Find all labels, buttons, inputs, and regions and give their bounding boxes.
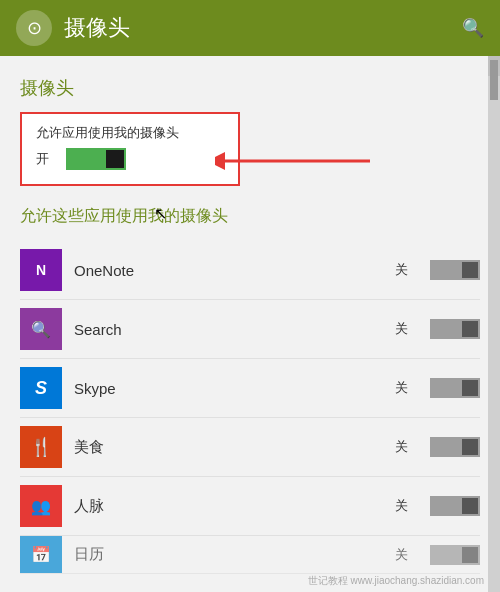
app-item-skype: S Skype 关 [20, 359, 480, 418]
app-item-search: 🔍 Search 关 [20, 300, 480, 359]
search-icon-text: 🔍 [31, 320, 51, 339]
back-icon: ⊙ [27, 19, 42, 37]
calendar-icon: 📅 [20, 536, 62, 574]
toggle-state-label: 开 [36, 150, 54, 168]
people-icon: 👥 [20, 485, 62, 527]
people-status: 关 [395, 497, 408, 515]
onenote-name: OneNote [74, 262, 383, 279]
app-item-onenote: N OneNote 关 [20, 241, 480, 300]
onenote-icon-text: N [36, 262, 46, 278]
section2-title: 允许这些应用使用我的摄像头 [20, 206, 480, 227]
app-item-people: 👥 人脉 关 [20, 477, 480, 536]
watermark: 世记教程 www.jiaochang.shazidian.com [308, 574, 484, 588]
skype-icon-text: S [35, 378, 47, 399]
food-icon-text: 🍴 [30, 436, 52, 458]
app-item-food: 🍴 美食 关 [20, 418, 480, 477]
people-name: 人脉 [74, 497, 383, 516]
toggle-box-label: 允许应用使用我的摄像头 [36, 124, 224, 142]
onenote-status: 关 [395, 261, 408, 279]
calendar-toggle-thumb [462, 547, 478, 563]
scrollbar-thumb[interactable] [490, 60, 498, 100]
calendar-icon-text: 📅 [31, 545, 51, 564]
camera-toggle-box: 允许应用使用我的摄像头 开 [20, 112, 240, 186]
food-name: 美食 [74, 438, 383, 457]
app-list: N OneNote 关 🔍 Search 关 S Skype 关 [20, 241, 480, 574]
search-toggle-thumb [462, 321, 478, 337]
section1-title: 摄像头 [20, 76, 480, 100]
people-toggle-thumb [462, 498, 478, 514]
search-toggle[interactable] [430, 319, 480, 339]
skype-name: Skype [74, 380, 383, 397]
search-app-icon: 🔍 [20, 308, 62, 350]
search-status: 关 [395, 320, 408, 338]
onenote-toggle-thumb [462, 262, 478, 278]
people-icon-text: 👥 [31, 497, 51, 516]
onenote-toggle[interactable] [430, 260, 480, 280]
content-area: 摄像头 允许应用使用我的摄像头 开 ↖ 允许这些应用使用我的摄像头 [0, 56, 500, 592]
search-name: Search [74, 321, 383, 338]
food-status: 关 [395, 438, 408, 456]
onenote-icon: N [20, 249, 62, 291]
calendar-name: 日历 [74, 545, 383, 564]
food-icon: 🍴 [20, 426, 62, 468]
header: ⊙ 摄像头 🔍 [0, 0, 500, 56]
toggle-green [66, 148, 104, 170]
calendar-status: 关 [395, 546, 408, 564]
food-toggle[interactable] [430, 437, 480, 457]
skype-toggle-thumb [462, 380, 478, 396]
skype-icon: S [20, 367, 62, 409]
page-title: 摄像头 [64, 13, 450, 43]
app-item-calendar: 📅 日历 关 [20, 536, 480, 574]
toggle-row: 开 [36, 148, 224, 170]
food-toggle-thumb [462, 439, 478, 455]
search-icon[interactable]: 🔍 [462, 17, 484, 39]
skype-toggle[interactable] [430, 378, 480, 398]
back-button[interactable]: ⊙ [16, 10, 52, 46]
calendar-toggle[interactable] [430, 545, 480, 565]
skype-status: 关 [395, 379, 408, 397]
scrollbar[interactable]: ▲ [488, 56, 500, 592]
toggle-thumb [106, 150, 124, 168]
people-toggle[interactable] [430, 496, 480, 516]
camera-toggle-switch[interactable] [66, 148, 126, 170]
